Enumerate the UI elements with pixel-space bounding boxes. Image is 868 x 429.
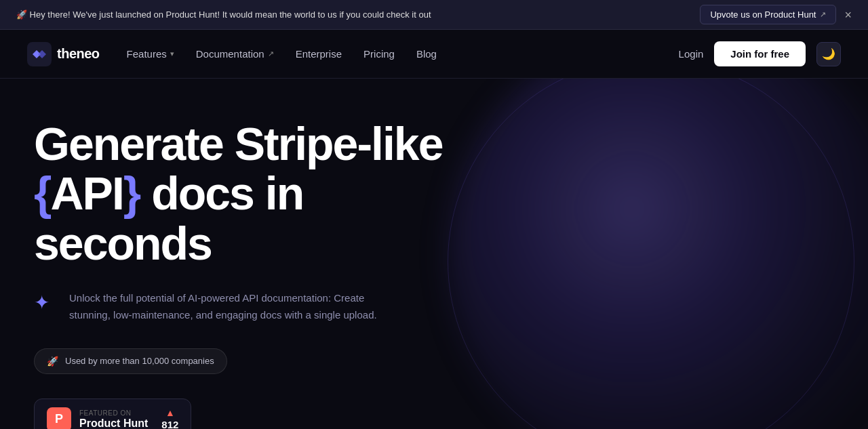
hero-title-line1: Generate Stripe-like — [34, 118, 442, 169]
hero-subtitle-wrapper: ✦ Unlock the full potential of AI-powere… — [34, 290, 481, 324]
used-by-text: Used by more than 10,000 companies — [65, 356, 214, 366]
nav-right: Login Join for free 🌙 — [679, 41, 841, 66]
nav-left: theneo Features ▾ Documentation ↗ Enterp… — [27, 42, 437, 66]
product-hunt-logo: P — [47, 407, 71, 429]
logo-text: theneo — [57, 46, 100, 62]
used-by-badge: 🚀 Used by more than 10,000 companies — [34, 348, 227, 374]
hero-section: Generate Stripe-like {API} docs in secon… — [0, 79, 868, 429]
vote-count: 812 — [161, 419, 178, 429]
hero-content: Generate Stripe-like {API} docs in secon… — [34, 119, 481, 429]
product-hunt-info: FEATURED ON Product Hunt — [79, 409, 148, 429]
nav-blog[interactable]: Blog — [416, 48, 437, 60]
rocket-icon: 🚀 — [47, 356, 58, 367]
background-ring — [448, 79, 854, 429]
nav-documentation[interactable]: Documentation ↗ — [196, 48, 274, 60]
announcement-text: 🚀 Hey there! We've just launched on Prod… — [16, 9, 431, 20]
upvote-button[interactable]: Upvote us on Product Hunt ↗ — [700, 5, 836, 24]
logo-icon — [27, 42, 52, 66]
product-hunt-name: Product Hunt — [79, 417, 148, 429]
announcement-bar: 🚀 Hey there! We've just launched on Prod… — [0, 0, 868, 30]
hero-subtitle: Unlock the full potential of AI-powered … — [69, 290, 381, 324]
external-link-icon: ↗ — [268, 49, 274, 58]
nav-enterprise[interactable]: Enterprise — [296, 48, 342, 60]
hero-title-line2: {API} docs in seconds — [34, 167, 303, 268]
sparkle-icon: ✦ — [34, 291, 58, 316]
moon-icon: 🌙 — [822, 47, 835, 60]
login-button[interactable]: Login — [679, 48, 704, 60]
chevron-down-icon: ▾ — [170, 49, 174, 58]
logo[interactable]: theneo — [27, 42, 100, 66]
background-orb — [448, 79, 868, 429]
nav-pricing[interactable]: Pricing — [363, 48, 395, 60]
close-announcement-button[interactable]: × — [844, 9, 852, 21]
hero-title: Generate Stripe-like {API} docs in secon… — [34, 119, 481, 268]
upvote-label: Upvote us on Product Hunt — [710, 9, 816, 20]
navigation: theneo Features ▾ Documentation ↗ Enterp… — [0, 30, 868, 79]
join-button[interactable]: Join for free — [714, 41, 806, 66]
theme-toggle-button[interactable]: 🌙 — [816, 42, 841, 66]
external-link-icon: ↗ — [820, 10, 826, 19]
announcement-actions: Upvote us on Product Hunt ↗ × — [700, 5, 852, 24]
product-hunt-badge[interactable]: P FEATURED ON Product Hunt ▲ 812 — [34, 399, 191, 429]
nav-links: Features ▾ Documentation ↗ Enterprise Pr… — [127, 48, 437, 60]
curly-brace-open: { — [34, 167, 50, 219]
nav-features[interactable]: Features ▾ — [127, 48, 174, 60]
product-hunt-votes: ▲ 812 — [161, 408, 178, 429]
curly-brace-close: } — [123, 167, 140, 219]
upvote-arrow-icon: ▲ — [165, 408, 175, 417]
title-api: API — [50, 167, 123, 219]
featured-on-label: FEATURED ON — [79, 409, 148, 417]
